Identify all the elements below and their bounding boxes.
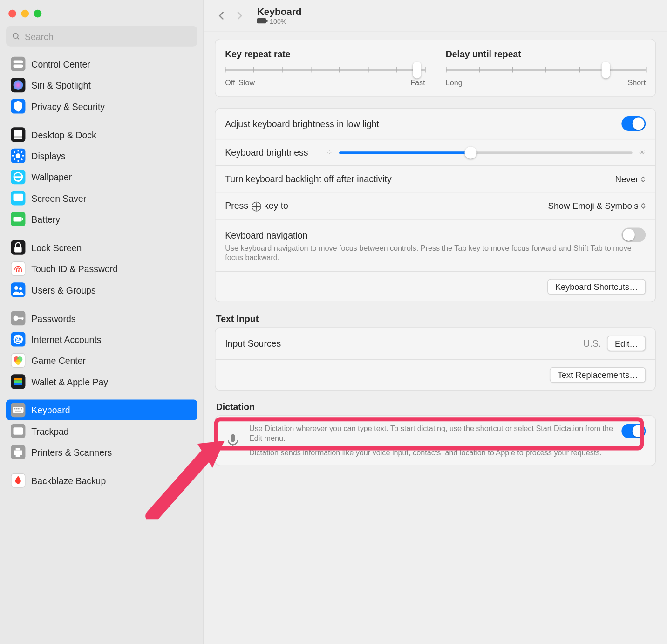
sidebar-item-screensaver[interactable]: Screen Saver [6, 188, 197, 208]
sidebar-item-internet[interactable]: @Internet Accounts [6, 329, 197, 349]
keyboard-nav-toggle[interactable] [621, 227, 646, 242]
sidebar-item-label: Trackpad [31, 426, 68, 436]
sidebar-item-label: Displays [31, 151, 65, 161]
svg-line-1 [17, 37, 19, 39]
svg-rect-17 [14, 194, 23, 201]
svg-rect-33 [14, 383, 22, 385]
adjust-brightness-toggle[interactable] [621, 116, 646, 131]
dock-icon [11, 127, 25, 142]
main-content: Keyboard 100% Key repeat rate [204, 0, 667, 644]
sidebar-item-label: Control Center [31, 59, 90, 69]
dictation-desc-2: Dictation sends information like your vo… [249, 448, 614, 458]
wallet-icon [11, 374, 25, 389]
sidebar-item-label: Wallet & Apple Pay [31, 377, 108, 387]
globe-key-label: Press key to [225, 200, 288, 211]
sidebar-item-gamecenter[interactable]: Game Center [6, 350, 197, 370]
svg-line-12 [14, 151, 15, 153]
backlight-off-popup[interactable]: Never [615, 174, 646, 184]
back-button[interactable] [212, 7, 231, 24]
sidebar-item-touchid[interactable]: Touch ID & Password [6, 258, 197, 279]
svg-text:@: @ [15, 336, 21, 343]
battery-icon [11, 212, 25, 226]
svg-rect-19 [22, 218, 23, 220]
battery-status: 100% [257, 17, 302, 25]
replacements-btn-row: Text Replacements… [215, 360, 655, 390]
svg-rect-31 [14, 378, 22, 380]
svg-rect-36 [16, 408, 17, 410]
sidebar-item-keyboard[interactable]: Keyboard [6, 400, 197, 420]
keyboard-brightness-slider[interactable]: ⁘ ☀ [326, 148, 646, 157]
forward-button[interactable] [231, 7, 249, 24]
delay-long-label: Long [446, 78, 463, 87]
chevron-right-icon [236, 11, 244, 21]
key-repeat-slider-col: Key repeat rate Off Slow Fast [225, 49, 425, 87]
brightness-high-icon: ☀ [639, 148, 646, 157]
sidebar-item-label: Internet Accounts [31, 334, 101, 344]
sidebar-item-trackpad[interactable]: Trackpad [6, 421, 197, 441]
sidebar: Control CenterSiri & SpotlightPrivacy & … [0, 0, 204, 644]
sidebar-item-backblaze[interactable]: Backblaze Backup [6, 470, 197, 491]
keyboard-shortcuts-button[interactable]: Keyboard Shortcuts… [547, 279, 646, 295]
svg-rect-34 [13, 407, 23, 413]
keyboard-icon [11, 403, 25, 417]
input-sources-row: Input Sources U.S. Edit… [215, 328, 655, 360]
sidebar-item-passwords[interactable]: Passwords [6, 308, 197, 329]
screensaver-icon [11, 191, 25, 205]
text-replacements-button[interactable]: Text Replacements… [550, 367, 646, 383]
search-input[interactable] [25, 31, 191, 41]
svg-rect-35 [14, 408, 15, 410]
sidebar-spacer [6, 117, 197, 124]
sidebar-item-label: Printers & Scanners [31, 447, 112, 457]
sidebar-item-lockscreen[interactable]: Lock Screen [6, 237, 197, 258]
key-repeat-slider[interactable] [225, 64, 425, 76]
dictation-toggle[interactable] [621, 424, 646, 438]
svg-point-22 [19, 287, 22, 290]
sidebar-item-label: Keyboard [31, 405, 70, 415]
privacy-icon [11, 99, 25, 113]
svg-rect-5 [14, 130, 22, 137]
wallpaper-icon [11, 170, 25, 184]
svg-rect-41 [14, 427, 23, 435]
content-scroll[interactable]: Key repeat rate Off Slow Fast [204, 31, 667, 644]
search-container [6, 26, 197, 47]
zoom-button[interactable] [34, 10, 42, 18]
close-button[interactable] [8, 10, 16, 18]
dictation-panel: Use Dictation wherever you can type text… [215, 415, 656, 466]
sidebar-item-label: Siri & Spotlight [31, 80, 90, 90]
sidebar-item-label: Battery [31, 214, 60, 224]
siri-icon [11, 78, 25, 92]
sidebar-item-wallpaper[interactable]: Wallpaper [6, 167, 197, 187]
sidebar-item-label: Touch ID & Password [31, 263, 118, 274]
sidebar-item-privacy[interactable]: Privacy & Security [6, 96, 197, 116]
sidebar-item-users[interactable]: Users & Groups [6, 280, 197, 300]
sidebar-item-battery[interactable]: Battery [6, 209, 197, 229]
users-icon [11, 282, 25, 297]
sidebar-item-siri[interactable]: Siri & Spotlight [6, 75, 197, 96]
input-sources-value: U.S. [583, 338, 601, 349]
svg-point-30 [15, 359, 21, 365]
sidebar-item-control-center[interactable]: Control Center [6, 54, 197, 74]
sidebar-item-wallet[interactable]: Wallet & Apple Pay [6, 371, 197, 392]
repeat-fast-label: Fast [410, 78, 425, 87]
adjust-brightness-label: Adjust keyboard brightness in low light [225, 119, 379, 129]
battery-icon [257, 18, 268, 24]
backlight-off-label: Turn keyboard backlight off after inacti… [225, 174, 392, 184]
globe-key-popup[interactable]: Show Emoji & Symbols [548, 201, 646, 211]
sidebar-item-displays[interactable]: Displays [6, 145, 197, 166]
sidebar-item-dock[interactable]: Desktop & Dock [6, 124, 197, 145]
gamecenter-icon [11, 353, 25, 368]
sidebar-item-label: Backblaze Backup [31, 475, 106, 486]
sidebar-item-printers[interactable]: Printers & Scanners [6, 442, 197, 462]
svg-rect-6 [14, 137, 22, 139]
globe-key-row: Press key to Show Emoji & Symbols [215, 192, 655, 219]
input-sources-edit-button[interactable]: Edit… [607, 336, 646, 351]
sidebar-item-label: Game Center [31, 355, 86, 365]
repeat-panel: Key repeat rate Off Slow Fast [215, 39, 656, 97]
sidebar-item-label: Wallpaper [31, 172, 72, 182]
delay-short-label: Short [627, 78, 646, 87]
dictation-row: Use Dictation wherever you can type text… [215, 416, 655, 466]
repeat-slow-label: Slow [238, 78, 255, 87]
title-block: Keyboard 100% [257, 7, 302, 25]
delay-slider[interactable] [446, 64, 646, 76]
minimize-button[interactable] [21, 10, 29, 18]
